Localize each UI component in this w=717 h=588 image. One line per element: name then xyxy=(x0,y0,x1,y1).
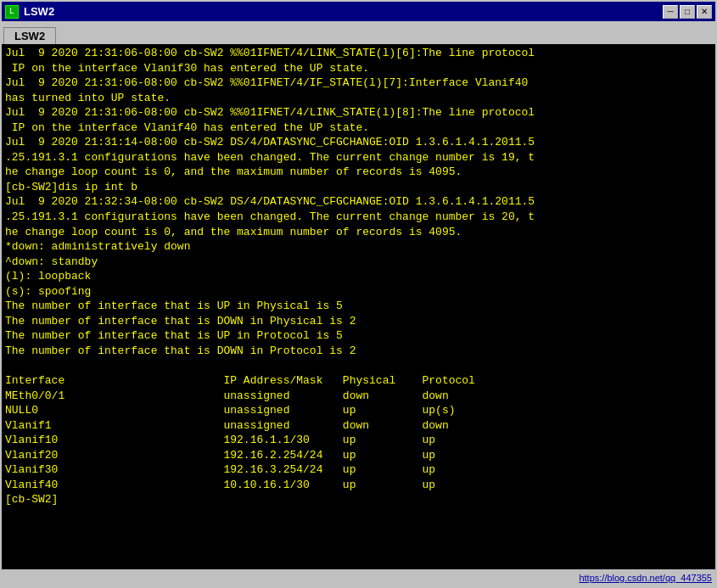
status-link[interactable]: https://blog.csdn.net/qq_447355 xyxy=(579,573,712,583)
minimize-button[interactable]: ─ xyxy=(663,5,678,19)
title-bar: L LSW2 ─ □ ✕ xyxy=(2,2,715,22)
tab-lsw2[interactable]: LSW2 xyxy=(3,27,56,44)
restore-button[interactable]: □ xyxy=(680,5,695,19)
tab-bar: LSW2 xyxy=(2,22,715,44)
terminal[interactable]: Jul 9 2020 21:31:06-08:00 cb-SW2 %%01IFN… xyxy=(2,44,715,569)
title-bar-left: L LSW2 xyxy=(5,5,54,19)
status-bar: https://blog.csdn.net/qq_447355 xyxy=(2,569,715,586)
app-icon: L xyxy=(5,5,19,19)
close-button[interactable]: ✕ xyxy=(697,5,712,19)
terminal-output: Jul 9 2020 21:31:06-08:00 cb-SW2 %%01IFN… xyxy=(5,46,712,507)
title-bar-controls: ─ □ ✕ xyxy=(663,5,712,19)
window-title: LSW2 xyxy=(24,5,54,18)
main-window: L LSW2 ─ □ ✕ LSW2 Jul 9 2020 21:31:06-08… xyxy=(0,0,717,588)
